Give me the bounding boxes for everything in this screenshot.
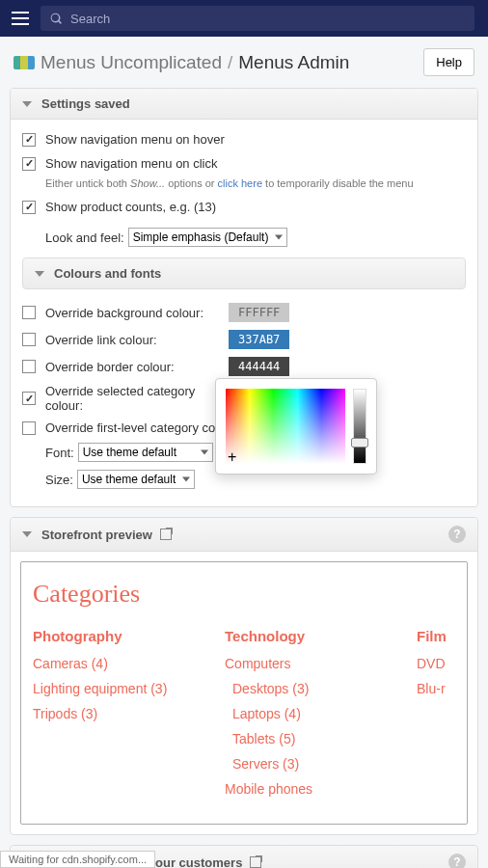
color-picker[interactable]: + [215,378,377,475]
look-select[interactable]: Simple emphasis (Default) [128,228,287,247]
click-here-link[interactable]: click here [218,177,262,189]
external-link-icon[interactable] [250,856,261,868]
label-counts: Show product counts, e.g. (13) [45,200,216,214]
font-label: Font: [45,446,74,460]
font-select[interactable]: Use theme default [78,443,213,462]
color-picker-lightness[interactable] [353,389,366,464]
label-click: Show navigation menu on click [45,156,218,171]
help-button[interactable]: Help [423,48,474,76]
list-item[interactable]: Tripods (3) [33,706,196,721]
swatch-link[interactable]: 337AB7 [229,330,289,349]
chevron-down-icon [22,101,32,107]
breadcrumb-app[interactable]: Menus Uncomplicated [41,52,222,73]
label-first: Override first-level category colour: [45,420,240,435]
look-label: Look and feel: [45,231,124,245]
chevron-down-icon [22,531,32,537]
search-icon [50,13,63,25]
col-header[interactable]: Photography [33,628,196,644]
settings-header[interactable]: Settings saved [11,89,477,120]
label-hover: Show navigation menu on hover [45,132,225,147]
checkbox-bg[interactable] [22,306,36,319]
colours-header[interactable]: Colours and fonts [22,258,466,289]
status-bar: Waiting for cdn.shopify.com... [0,851,155,868]
breadcrumb-separator: / [228,52,232,73]
swatch-bg[interactable]: FFFFFF [229,303,289,322]
storefront-preview: Categories Photography Cameras (4) Light… [20,561,468,825]
size-select[interactable]: Use theme default [77,470,195,489]
label-bg: Override background colour: [45,306,229,320]
checkbox-click[interactable] [22,157,36,171]
swatch-border[interactable]: 444444 [229,357,289,376]
settings-title: Settings saved [41,96,130,111]
col-header[interactable]: Technology [225,628,388,644]
checkbox-selected[interactable] [22,392,36,405]
list-item[interactable]: Cameras (4) [33,656,196,671]
hint-text: Either untick both Show... options or cl… [45,176,466,195]
settings-panel: Settings saved Show navigation menu on h… [10,88,478,507]
help-icon[interactable]: ? [448,526,466,543]
external-link-icon[interactable] [160,529,172,540]
color-picker-gradient[interactable]: + [226,389,345,464]
list-item[interactable]: Servers (3) [232,756,388,772]
crosshair-icon: + [228,449,236,465]
categories-heading: Categories [33,580,455,609]
checkbox-first[interactable] [22,421,36,435]
col-header[interactable]: Film [417,628,455,644]
list-item[interactable]: Desktops (3) [232,681,388,696]
checkbox-border[interactable] [22,360,36,373]
checkbox-link[interactable] [22,333,36,346]
checkbox-hover[interactable] [22,133,36,147]
main-scroll[interactable]: Menus Uncomplicated / Menus Admin Help S… [0,37,488,868]
top-bar [0,0,488,37]
category-column-photography: Photography Cameras (4) Lighting equipme… [33,628,196,806]
slider-thumb[interactable] [351,438,368,448]
breadcrumb-current: Menus Admin [238,52,349,73]
label-link: Override link colour: [45,333,229,347]
list-item[interactable]: Computers [225,656,388,671]
list-item[interactable]: Tablets (5) [232,731,388,746]
category-column-technology: Technology Computers Desktops (3) Laptop… [225,628,388,806]
checkbox-counts[interactable] [22,201,36,214]
help-icon[interactable]: ? [448,854,466,868]
list-item[interactable]: DVD [417,656,455,671]
colours-title: Colours and fonts [54,266,161,281]
list-item[interactable]: Blu-r [417,681,455,696]
menu-icon[interactable] [8,6,33,31]
size-label: Size: [45,473,73,487]
preview-panel: Storefront preview ? Categories Photogra… [10,517,478,835]
app-logo-icon [14,56,35,69]
preview-header[interactable]: Storefront preview ? [11,518,477,552]
list-item[interactable]: Laptops (4) [232,706,388,721]
preview-title: Storefront preview [41,528,152,542]
list-item[interactable]: Mobile phones [225,781,388,797]
breadcrumb: Menus Uncomplicated / Menus Admin Help [0,37,488,88]
list-item[interactable]: Lighting equipment (3) [33,681,196,696]
chevron-down-icon [35,271,44,277]
search-field[interactable] [41,6,474,31]
label-selected: Override selected category colour: [45,384,229,413]
search-input[interactable] [70,12,465,26]
category-column-film: Film DVD Blu-r [417,628,455,806]
label-border: Override border colour: [45,360,229,374]
